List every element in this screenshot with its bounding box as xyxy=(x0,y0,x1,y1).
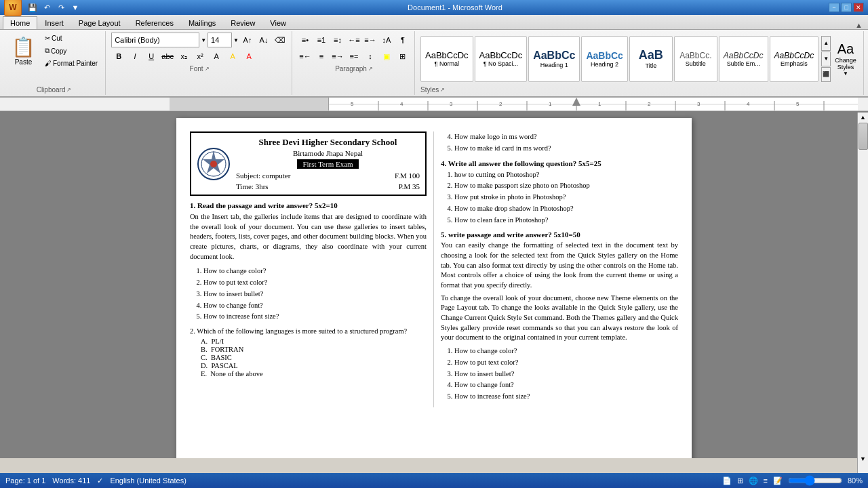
svg-text:5: 5 xyxy=(351,101,354,107)
increase-font-btn[interactable]: A↑ xyxy=(240,33,255,47)
svg-point-26 xyxy=(210,161,217,167)
clear-format-btn[interactable]: ⌫ xyxy=(273,33,288,47)
vertical-scrollbar[interactable]: ▲ ▼ xyxy=(857,113,868,458)
redo-btn[interactable]: ↷ xyxy=(55,1,67,14)
styles-scroll-up[interactable]: ▲ xyxy=(821,36,831,51)
q1-list: How to change color? How to put text col… xyxy=(190,266,427,322)
change-styles-button[interactable]: Aa ChangeStyles ▼ xyxy=(832,39,859,79)
list-item: How to make id card in ms word? xyxy=(454,143,678,154)
decrease-indent-button[interactable]: ←≡ xyxy=(347,33,361,47)
strikethrough-button[interactable]: abc xyxy=(160,49,175,64)
justify-button[interactable]: ≡= xyxy=(347,49,361,64)
time-label: Time: 3hrs xyxy=(236,182,269,190)
q2-options: A. PL/I B. FORTRAN C. BASIC D. PASCAL E.… xyxy=(190,338,427,378)
subscript-button[interactable]: x₂ xyxy=(176,49,191,64)
font-expand-icon[interactable]: ↗ xyxy=(205,66,210,72)
sort-button[interactable]: ↕A xyxy=(379,33,394,47)
highlight-color-button[interactable]: A xyxy=(225,49,240,64)
undo-btn[interactable]: ↶ xyxy=(41,1,53,14)
cut-button[interactable]: ✂ Cut xyxy=(41,33,101,44)
text-effects-button[interactable]: A xyxy=(209,49,224,64)
style-subtle-em[interactable]: AaBbCcDc Subtle Em... xyxy=(719,36,768,82)
font-size-input[interactable] xyxy=(208,33,232,47)
styles-more[interactable]: ⬛ xyxy=(821,67,831,82)
multilevel-button[interactable]: ≡↕ xyxy=(330,33,345,47)
svg-text:2: 2 xyxy=(648,101,651,107)
svg-text:4: 4 xyxy=(747,101,750,107)
copy-button[interactable]: ⧉ Copy xyxy=(41,45,101,57)
scroll-down-btn[interactable]: ▼ xyxy=(858,454,868,458)
style-heading2[interactable]: AaBbCc Heading 2 xyxy=(581,36,627,82)
font-size-dropdown[interactable]: ▼ xyxy=(233,37,239,43)
list-item: A. PL/I xyxy=(201,338,427,345)
scroll-up-btn[interactable]: ▲ xyxy=(858,113,868,122)
style-subtitle[interactable]: AaBbCc. Subtitle xyxy=(674,36,717,82)
bold-button[interactable]: B xyxy=(111,49,126,64)
font-group: ▼ ▼ A↑ A↓ ⌫ B I U abc x₂ x² A A A Font ↗ xyxy=(107,31,292,95)
save-btn[interactable]: 💾 xyxy=(26,1,39,14)
office-button[interactable]: W xyxy=(4,0,22,16)
bullets-button[interactable]: ≡• xyxy=(298,33,313,47)
list-item: How to put text color? xyxy=(454,357,678,368)
tab-insert[interactable]: Insert xyxy=(37,16,71,29)
ruler: 5 4 3 2 1 1 2 3 4 5 xyxy=(0,98,868,111)
list-item: How to change color? xyxy=(203,266,427,277)
minimize-btn[interactable]: − xyxy=(829,3,840,12)
ribbon-tabs: Home Insert Page Layout References Maili… xyxy=(0,15,868,30)
shading-button[interactable]: ▣ xyxy=(379,49,394,64)
scrollbar-thumb[interactable] xyxy=(859,123,868,150)
clipboard-expand-icon[interactable]: ↗ xyxy=(66,87,71,93)
show-marks-button[interactable]: ¶ xyxy=(395,33,410,47)
svg-text:3: 3 xyxy=(450,101,453,107)
style-emphasis[interactable]: AaBbCcDc Emphasis xyxy=(770,36,819,82)
style-no-spacing[interactable]: AaBbCcDc ¶ No Spaci... xyxy=(475,36,528,82)
q5-body1: You can easily change the formatting of … xyxy=(441,241,678,290)
line-spacing-button[interactable]: ↕ xyxy=(363,49,378,64)
tab-home[interactable]: Home xyxy=(3,16,37,29)
doc-right-column: How make logo in ms word? How to make id… xyxy=(434,131,678,407)
align-left-button[interactable]: ≡← xyxy=(298,49,313,64)
styles-expand-icon[interactable]: ↗ xyxy=(440,87,445,93)
font-name-input[interactable] xyxy=(111,33,199,47)
style-title[interactable]: AaB Title xyxy=(629,36,673,82)
tab-references[interactable]: References xyxy=(128,16,181,29)
dropdown-btn[interactable]: ▼ xyxy=(69,1,81,14)
font-color-button[interactable]: A xyxy=(241,49,256,64)
list-item: B. FORTRAN xyxy=(201,346,427,353)
tab-page-layout[interactable]: Page Layout xyxy=(71,16,128,29)
paragraph-expand-icon[interactable]: ↗ xyxy=(368,66,373,72)
q1-title: 1. Read the passage and write answer? 5x… xyxy=(190,201,427,209)
tab-view[interactable]: View xyxy=(262,16,294,29)
tab-review[interactable]: Review xyxy=(223,16,262,29)
format-painter-button[interactable]: 🖌 Format Painter xyxy=(41,58,101,69)
document-area[interactable]: Shree Devi Higher Secondary School Birta… xyxy=(0,111,868,458)
list-item: How put stroke in photo in Photoshop? xyxy=(454,192,678,203)
superscript-button[interactable]: x² xyxy=(193,49,208,64)
numbering-button[interactable]: ≡1 xyxy=(314,33,329,47)
list-item: How to change color? xyxy=(454,346,678,357)
list-item: How to insert bullet? xyxy=(454,369,678,380)
increase-indent-button[interactable]: ≡→ xyxy=(363,33,378,47)
svg-text:4: 4 xyxy=(400,101,403,107)
tab-mailings[interactable]: Mailings xyxy=(181,16,223,29)
paste-button[interactable]: 📋 Paste xyxy=(7,33,40,69)
list-item: C. BASIC xyxy=(201,354,427,361)
svg-text:2: 2 xyxy=(499,101,502,107)
styles-scroll-down[interactable]: ▼ xyxy=(821,52,831,66)
exam-title: First Term Exam xyxy=(297,159,358,169)
italic-button[interactable]: I xyxy=(127,49,142,64)
align-center-button[interactable]: ≡ xyxy=(314,49,329,64)
borders-button[interactable]: ⊞ xyxy=(395,49,410,64)
maximize-btn[interactable]: □ xyxy=(841,3,852,12)
doc-left-column: Shree Devi Higher Secondary School Birta… xyxy=(190,131,434,407)
font-name-dropdown[interactable]: ▼ xyxy=(201,37,206,43)
close-btn[interactable]: ✕ xyxy=(853,3,864,12)
list-item: How to increase font size? xyxy=(454,391,678,402)
style-heading1[interactable]: AaBbCc Heading 1 xyxy=(528,36,580,82)
ribbon-minimize-icon[interactable]: ▲ xyxy=(855,21,863,29)
align-right-button[interactable]: ≡→ xyxy=(330,49,345,64)
underline-button[interactable]: U xyxy=(144,49,159,64)
decrease-font-btn[interactable]: A↓ xyxy=(256,33,271,47)
style-normal[interactable]: AaBbCcDc ¶ Normal xyxy=(420,36,473,82)
svg-text:1: 1 xyxy=(598,101,601,107)
